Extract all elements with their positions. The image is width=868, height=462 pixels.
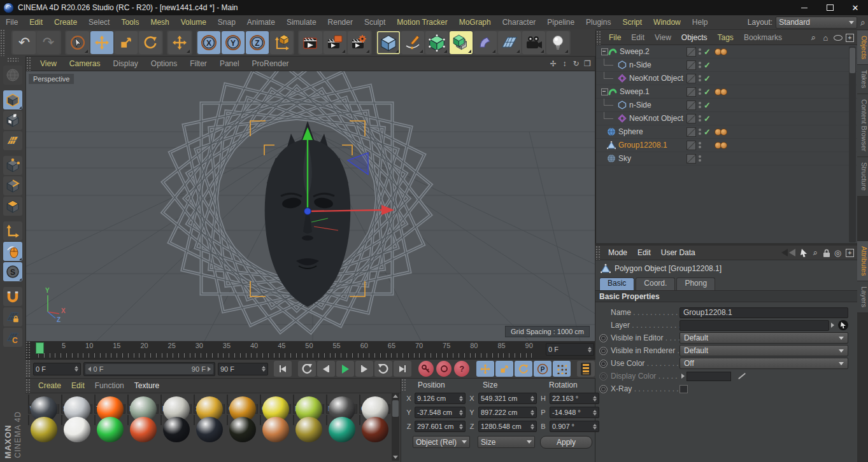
stepper-icon[interactable] — [593, 424, 597, 430]
search-icon[interactable]: ⌕ — [860, 17, 865, 28]
modeling-objects-button[interactable] — [450, 31, 473, 54]
enable-check-icon[interactable]: ✓ — [704, 60, 712, 70]
points-mode-button[interactable] — [3, 156, 22, 175]
tab-coord[interactable]: Coord. — [636, 277, 675, 290]
viewport-maximize-icon[interactable]: ❐ — [583, 59, 592, 69]
menu-file[interactable]: File — [0, 18, 24, 27]
render-picture-viewer-button[interactable] — [324, 31, 346, 54]
tab-takes[interactable]: Takes — [857, 65, 868, 94]
viewport-pan-icon[interactable]: ✢ — [548, 59, 558, 69]
visibility-dots[interactable] — [699, 142, 701, 148]
render-toggle[interactable] — [687, 114, 696, 123]
visible-renderer-dropdown[interactable]: Default — [679, 345, 848, 356]
next-frame-button[interactable] — [355, 361, 373, 377]
filter-icon[interactable] — [833, 33, 843, 43]
animation-toggle-icon[interactable] — [599, 385, 608, 393]
menu-snap[interactable]: Snap — [212, 18, 241, 27]
model-mode-button[interactable] — [3, 90, 22, 109]
minimize-button[interactable] — [792, 0, 817, 15]
viewport-menu-options[interactable]: Options — [145, 59, 183, 68]
previous-frame-button[interactable] — [317, 361, 335, 377]
play-button[interactable] — [336, 361, 354, 377]
menu-script[interactable]: Script — [616, 18, 648, 27]
om-menu-bookmarks[interactable]: Bookmarks — [739, 33, 787, 42]
tab-content-browser[interactable]: Content Browser — [857, 94, 868, 157]
object-row-neoknot[interactable]: NeoKnot Object ✓ — [596, 72, 857, 85]
add-icon[interactable]: + — [845, 33, 855, 43]
viewport-menu-filter[interactable]: Filter — [183, 59, 213, 68]
current-frame-spinner[interactable]: 0 F — [546, 343, 594, 356]
key-parameter-button[interactable]: P — [534, 361, 551, 377]
tab-phong[interactable]: Phong — [676, 277, 715, 290]
close-button[interactable] — [843, 0, 868, 15]
key-rotation-button[interactable] — [515, 361, 532, 377]
expand-arrow-icon[interactable] — [681, 374, 685, 379]
edit-color-icon[interactable] — [738, 373, 746, 380]
polygons-mode-button[interactable] — [3, 197, 22, 216]
tab-objects[interactable]: Objects — [857, 31, 868, 65]
mat-menu-create[interactable]: Create — [33, 381, 66, 390]
layer-input[interactable] — [679, 320, 829, 331]
search-icon[interactable]: ⌕ — [811, 248, 820, 258]
render-settings-button[interactable] — [348, 31, 371, 54]
panel-grip[interactable] — [25, 360, 31, 378]
light-button[interactable] — [546, 31, 569, 54]
layer-picker-icon[interactable] — [838, 320, 848, 330]
tab-attributes[interactable]: Attributes — [857, 241, 868, 281]
stepper-icon[interactable] — [530, 424, 534, 430]
viewport-menu-panel[interactable]: Panel — [213, 59, 246, 68]
panel-grip[interactable] — [26, 57, 31, 71]
viewport-menu-prorender[interactable]: ProRender — [246, 59, 295, 68]
target-icon[interactable]: ◎ — [833, 248, 843, 258]
visibility-dots[interactable] — [699, 115, 701, 122]
play-backwards-button[interactable] — [298, 361, 316, 377]
viewport-menu-cameras[interactable]: Cameras — [63, 59, 107, 68]
menu-animate[interactable]: Animate — [241, 18, 281, 27]
visibility-dots[interactable] — [699, 155, 701, 162]
mat-menu-function[interactable]: Function — [90, 381, 129, 390]
redo-button[interactable]: ↷ — [37, 31, 60, 54]
object-row-group12208[interactable]: Group12208.1 — [596, 139, 857, 152]
collapse-toggle[interactable] — [601, 48, 608, 55]
object-row-sweep1[interactable]: Sweep.1 ✓ — [596, 85, 857, 99]
coordinate-system-button[interactable] — [270, 31, 293, 54]
object-tags[interactable] — [716, 88, 727, 95]
visible-editor-dropdown[interactable]: Default — [679, 332, 848, 344]
menu-tools[interactable]: Tools — [115, 18, 145, 27]
size-x-input[interactable]: 549.321 cm — [478, 393, 537, 404]
render-toggle[interactable] — [687, 127, 696, 137]
viewport-rotate-icon[interactable]: ↻ — [571, 59, 581, 69]
menu-select[interactable]: Select — [83, 18, 115, 27]
menu-window[interactable]: Window — [648, 18, 687, 27]
menu-create[interactable]: Create — [48, 18, 83, 27]
stepper-icon[interactable] — [530, 396, 534, 402]
enable-check-icon[interactable]: ✓ — [704, 87, 712, 97]
tab-structure[interactable]: Structure — [857, 157, 868, 197]
object-row-sweep2[interactable]: Sweep.2 ✓ — [596, 45, 857, 59]
goto-start-button[interactable] — [274, 361, 292, 377]
viewport-zoom-icon[interactable]: ↕ — [560, 59, 569, 69]
undo-button[interactable]: ↶ — [13, 31, 36, 54]
object-row-sphere[interactable]: Sphere ✓ — [596, 125, 857, 139]
key-scale-button[interactable] — [495, 361, 513, 377]
snap-mode-button[interactable]: S — [3, 262, 22, 281]
panel-grip[interactable] — [25, 341, 31, 359]
pen-tool-button[interactable] — [401, 31, 424, 54]
am-menu-mode[interactable]: Mode — [603, 248, 632, 257]
object-tags[interactable] — [716, 129, 727, 136]
mouse-mode-button[interactable] — [3, 242, 22, 261]
end-frame-spinner[interactable]: 90 F — [218, 363, 268, 375]
menu-character[interactable]: Character — [497, 18, 542, 27]
stepper-icon[interactable] — [530, 410, 534, 416]
workplane-align-button[interactable]: C — [3, 328, 22, 347]
record-keyframe-button[interactable] — [418, 361, 434, 377]
toolbar-grip[interactable] — [0, 29, 5, 56]
size-y-input[interactable]: 897.222 cm — [478, 407, 537, 418]
object-row-neoknot2[interactable]: NeoKnot Object ✓ — [596, 112, 857, 125]
live-selection-button[interactable] — [66, 31, 89, 54]
enable-check-icon[interactable]: ✓ — [704, 74, 712, 83]
material-thumb[interactable]: Candy Y — [260, 395, 291, 414]
stepper-icon[interactable] — [459, 396, 463, 402]
texture-mode-button[interactable] — [3, 111, 22, 130]
subdivision-surface-button[interactable] — [425, 31, 448, 54]
